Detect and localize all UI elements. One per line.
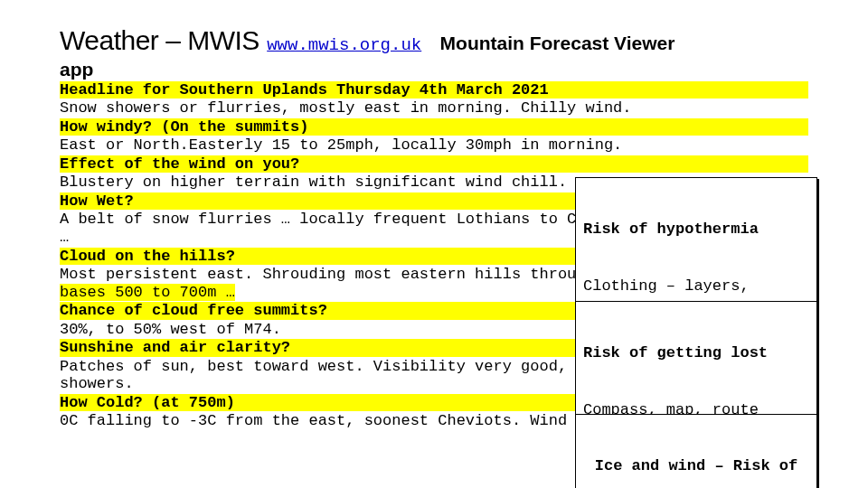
page-title: Weather – MWIS — [60, 25, 259, 55]
mwis-link[interactable]: www.mwis.org.uk — [267, 35, 421, 55]
windy-body: East or North.Easterly 15 to 25mph, loca… — [60, 136, 808, 155]
headline-label: Headline for Southern Uplands Thursday 4… — [60, 81, 808, 99]
document-page: Weather – MWIS www.mwis.org.uk Mountain … — [0, 0, 868, 488]
badge-title: Risk of hypothermia — [583, 220, 809, 239]
app-label: app — [60, 59, 808, 80]
badge-line: Ice and wind – Risk of — [583, 456, 809, 475]
badge-ice-wind: Ice and wind – Risk of fall… — [575, 414, 817, 488]
title-row: Weather – MWIS www.mwis.org.uk Mountain … — [60, 25, 808, 57]
windy-label: How windy? (On the summits) — [60, 118, 808, 136]
badge-title: Risk of getting lost — [583, 343, 809, 362]
headline-body: Snow showers or flurries, mostly east in… — [60, 99, 808, 117]
effect-label: Effect of the wind on you? — [60, 155, 808, 174]
title-subtitle: Mountain Forecast Viewer — [440, 33, 675, 53]
badge-line: Clothing – layers, — [583, 277, 809, 296]
